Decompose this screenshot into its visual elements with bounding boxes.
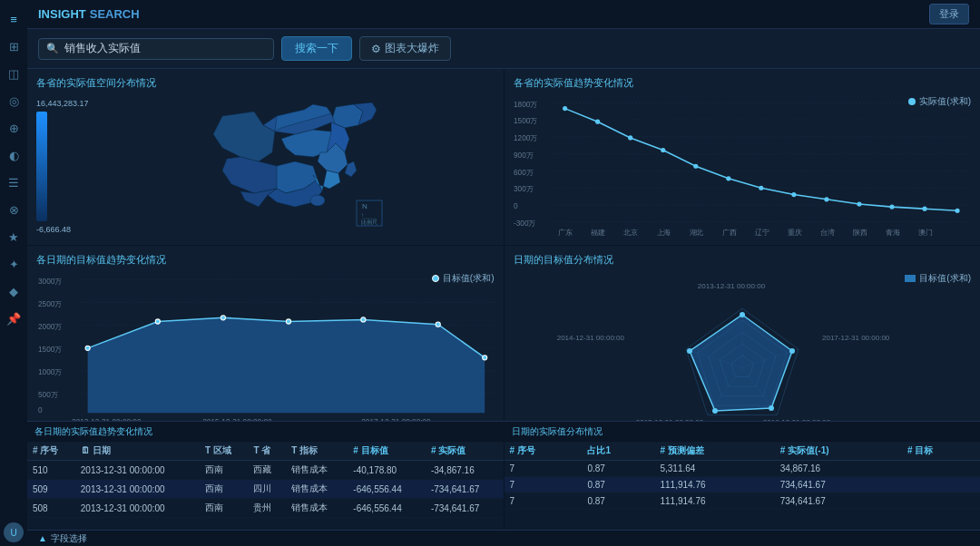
sidebar-item-star[interactable]: ★ [2, 225, 25, 249]
cell-province: 西藏 [248, 461, 286, 480]
cell-region: 西南 [200, 499, 249, 518]
sidebar-item-settings[interactable]: ⊗ [2, 198, 25, 221]
svg-point-98 [769, 405, 774, 411]
app-logo: INSIGHT SEARCH [38, 7, 140, 21]
col-header-ratio: 占比1 [582, 442, 654, 461]
svg-point-99 [712, 408, 718, 414]
svg-point-42 [759, 186, 763, 190]
svg-text:2017-12-31 00:00:00: 2017-12-31 00:00:00 [361, 416, 431, 421]
cell-province: 贵州 [248, 499, 286, 518]
sidebar: ≡ ⊞ ◫ ◎ ⊕ ◐ ☰ ⊗ ★ ✦ ◆ 📌 U [0, 0, 27, 546]
main-content: INSIGHT SEARCH 登录 🔍 搜索一下 ⚙ 图表大爆炸 各省的实际值空… [27, 0, 980, 546]
svg-text:2017-12-31 00:00:00: 2017-12-31 00:00:00 [822, 334, 890, 342]
cell-ratio: 0.87 [582, 461, 654, 477]
svg-point-77 [220, 315, 225, 319]
field-selector-label: 字段选择 [51, 532, 87, 545]
right-table-scroll[interactable]: # 序号 占比1 # 预测偏差 # 实际值(-1) # 目标 7 0.87 5,… [505, 442, 981, 530]
sidebar-item-target[interactable]: ◎ [2, 89, 25, 112]
sidebar-item-layers[interactable]: ◫ [2, 62, 25, 85]
svg-text:2015-12-31 00:00:00: 2015-12-31 00:00:00 [202, 416, 272, 421]
col-header-forecast-diff: # 预测偏差 [654, 442, 774, 461]
field-selector[interactable]: ▲ 字段选择 [27, 530, 980, 546]
svg-text:900万: 900万 [514, 151, 534, 160]
sidebar-item-spark[interactable]: ✦ [2, 252, 25, 276]
col-header-province: T 省 [248, 442, 286, 461]
login-button[interactable]: 登录 [929, 4, 969, 24]
sidebar-item-pin[interactable]: 📌 [2, 307, 25, 330]
line-title-highlight: 实际值 [544, 77, 573, 88]
right-table: # 序号 占比1 # 预测偏差 # 实际值(-1) # 目标 7 0.87 5,… [505, 442, 981, 510]
logo-search: SEARCH [90, 7, 140, 21]
col-header-target2: # 目标 [902, 442, 980, 461]
app-header: INSIGHT SEARCH 登录 [27, 0, 980, 29]
sidebar-item-list[interactable]: ☰ [2, 171, 25, 194]
svg-text:600万: 600万 [514, 168, 534, 177]
cell-region: 西南 [200, 461, 249, 480]
cell-seqnum: 7 [505, 461, 583, 477]
table-row: 509 2013-12-31 00:00:00 西南 四川 销售成本 -646,… [27, 480, 504, 499]
left-table-scroll[interactable]: # 序号 🗓 日期 T 区域 T 省 T 指标 # 目标值 # 实际值 510 [27, 442, 504, 530]
left-table-title-highlight: 实际值 [71, 426, 98, 436]
cell-ratio: 0.87 [582, 493, 654, 510]
sidebar-item-menu[interactable]: ≡ [2, 7, 25, 31]
search-input-wrapper[interactable]: 🔍 [38, 38, 274, 60]
cell-num: 510 [27, 461, 75, 480]
cell-seqnum: 7 [505, 493, 583, 510]
svg-text:重庆: 重庆 [787, 228, 801, 237]
svg-text:北京: 北京 [623, 228, 638, 237]
svg-text:0: 0 [38, 405, 43, 414]
svg-text:1500万: 1500万 [38, 344, 62, 353]
radar-title-pre: 日期的 [514, 254, 544, 265]
svg-text:澳门: 澳门 [917, 228, 932, 237]
legend-rect-blue [905, 275, 916, 282]
svg-text:2014-12-31 00:00:00: 2014-12-31 00:00:00 [556, 334, 624, 342]
right-table-title-pre: 日期的 [512, 426, 539, 436]
cell-target: -646,556.44 [348, 499, 426, 518]
col-header-actual-prev: # 实际值(-1) [775, 442, 902, 461]
search-button[interactable]: 搜索一下 [281, 36, 352, 61]
map-chart-title: 各省的实际值空间分布情况 [36, 76, 495, 90]
line-title-post: 趋势变化情况 [573, 77, 633, 88]
svg-point-96 [740, 312, 745, 317]
svg-text:2000万: 2000万 [38, 321, 62, 330]
cell-forecast: 111,914.76 [654, 477, 774, 493]
svg-text:2015-12-31 00:00:00: 2015-12-31 00:00:00 [636, 418, 704, 422]
chart-expand-button[interactable]: ⚙ 图表大爆炸 [359, 36, 451, 61]
line-title-pre: 各省的 [514, 77, 544, 88]
right-table-panel: 日期的实际值分布情况 # 序号 占比1 # 预测偏差 # 实际值(-1) # 目… [505, 422, 981, 530]
user-avatar[interactable]: U [4, 522, 24, 542]
svg-marker-3 [213, 112, 275, 161]
radar-chart-title: 日期的目标值分布情况 [514, 253, 972, 267]
cell-actual-prev: 34,867.16 [775, 461, 902, 477]
svg-point-43 [791, 192, 796, 197]
svg-text:-300万: -300万 [514, 219, 535, 228]
cell-target2 [902, 493, 980, 510]
col-header-num: # 序号 [27, 442, 75, 461]
svg-point-47 [922, 207, 926, 211]
search-input[interactable] [64, 43, 246, 55]
cell-metric: 销售成本 [286, 461, 348, 480]
svg-point-45 [857, 201, 861, 206]
svg-point-80 [436, 322, 440, 327]
svg-point-13 [310, 195, 325, 206]
sidebar-item-chart[interactable]: ◐ [2, 143, 25, 167]
cell-num: 508 [27, 499, 75, 518]
table-row: 508 2013-12-31 00:00:00 西南 贵州 销售成本 -646,… [27, 499, 504, 518]
sidebar-item-search[interactable]: ⊕ [2, 116, 25, 140]
svg-point-75 [85, 346, 90, 350]
svg-text:N: N [362, 202, 368, 210]
sidebar-item-diamond[interactable]: ◆ [2, 279, 25, 303]
field-selector-arrow[interactable]: ▲ [38, 533, 47, 543]
search-bar: 🔍 搜索一下 ⚙ 图表大爆炸 [27, 29, 980, 69]
cell-actual: -734,641.67 [426, 480, 504, 499]
sidebar-item-grid[interactable]: ⊞ [2, 34, 25, 58]
left-table: # 序号 🗓 日期 T 区域 T 省 T 指标 # 目标值 # 实际值 510 [27, 442, 504, 518]
bottom-left-legend: 目标值(求和) [432, 272, 495, 285]
cell-province: 四川 [248, 480, 286, 499]
svg-point-46 [889, 205, 894, 210]
chart-expand-label: 图表大爆炸 [385, 41, 439, 56]
svg-text:福建: 福建 [591, 228, 605, 237]
svg-point-36 [563, 106, 567, 111]
svg-text:1200万: 1200万 [514, 133, 537, 142]
cell-actual-prev: 734,641.67 [775, 493, 902, 510]
